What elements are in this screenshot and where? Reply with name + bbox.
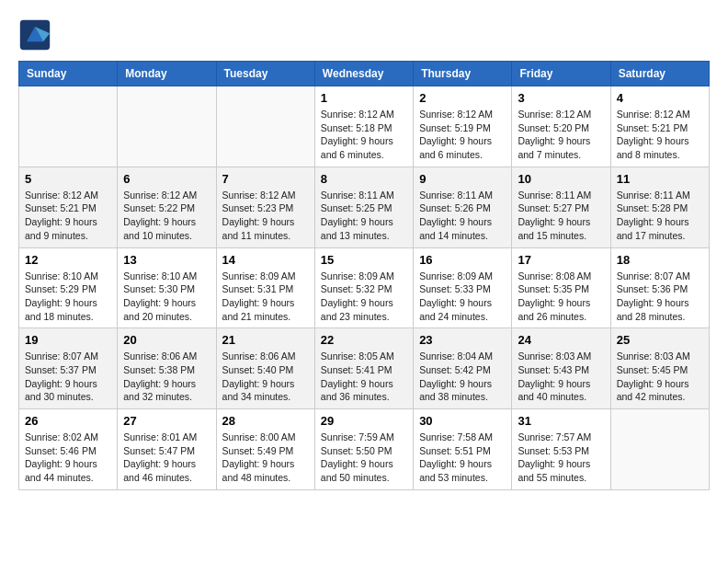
day-info: Sunrise: 8:11 AMSunset: 5:25 PMDaylight:… <box>321 189 407 243</box>
day-number: 27 <box>123 414 210 428</box>
calendar-week-row: 1Sunrise: 8:12 AMSunset: 5:18 PMDaylight… <box>19 86 710 167</box>
calendar-week-row: 5Sunrise: 8:12 AMSunset: 5:21 PMDaylight… <box>19 167 710 247</box>
calendar-day-cell: 23Sunrise: 8:04 AMSunset: 5:42 PMDayligh… <box>414 328 512 409</box>
day-info: Sunrise: 8:03 AMSunset: 5:45 PMDaylight:… <box>617 350 703 404</box>
day-info: Sunrise: 8:10 AMSunset: 5:30 PMDaylight:… <box>123 270 210 324</box>
logo <box>18 18 57 52</box>
daylight-text: Daylight: 9 hours and 32 minutes. <box>123 377 210 404</box>
sunrise-text: Sunrise: 8:12 AM <box>321 108 407 121</box>
calendar-day-cell <box>610 409 709 490</box>
day-number: 10 <box>518 172 604 186</box>
calendar-day-cell <box>216 86 314 167</box>
weekday-header-cell: Wednesday <box>314 62 413 86</box>
sunrise-text: Sunrise: 8:12 AM <box>518 108 604 121</box>
daylight-text: Daylight: 9 hours and 26 minutes. <box>518 296 604 323</box>
sunrise-text: Sunrise: 8:07 AM <box>617 270 703 283</box>
weekday-header-cell: Sunday <box>19 62 118 86</box>
day-number: 31 <box>518 414 604 428</box>
calendar-day-cell: 17Sunrise: 8:08 AMSunset: 5:35 PMDayligh… <box>512 247 610 328</box>
calendar-day-cell: 3Sunrise: 8:12 AMSunset: 5:20 PMDaylight… <box>512 86 610 167</box>
daylight-text: Daylight: 9 hours and 36 minutes. <box>321 377 407 404</box>
day-info: Sunrise: 8:10 AMSunset: 5:29 PMDaylight:… <box>25 270 111 324</box>
sunrise-text: Sunrise: 8:10 AM <box>25 270 111 283</box>
sunrise-text: Sunrise: 8:08 AM <box>518 270 604 283</box>
day-info: Sunrise: 8:07 AMSunset: 5:36 PMDaylight:… <box>617 270 703 324</box>
sunset-text: Sunset: 5:42 PM <box>419 363 506 377</box>
daylight-text: Daylight: 9 hours and 55 minutes. <box>518 457 604 484</box>
day-number: 3 <box>518 91 604 105</box>
sunrise-text: Sunrise: 8:12 AM <box>25 189 111 202</box>
calendar-day-cell: 13Sunrise: 8:10 AMSunset: 5:30 PMDayligh… <box>118 247 216 328</box>
calendar-day-cell: 15Sunrise: 8:09 AMSunset: 5:32 PMDayligh… <box>314 247 413 328</box>
sunrise-text: Sunrise: 8:09 AM <box>222 270 309 283</box>
day-info: Sunrise: 8:11 AMSunset: 5:26 PMDaylight:… <box>419 189 506 243</box>
calendar-day-cell: 5Sunrise: 8:12 AMSunset: 5:21 PMDaylight… <box>19 167 118 247</box>
day-info: Sunrise: 8:09 AMSunset: 5:31 PMDaylight:… <box>222 270 309 324</box>
calendar-day-cell: 9Sunrise: 8:11 AMSunset: 5:26 PMDaylight… <box>414 167 512 247</box>
day-number: 20 <box>123 333 210 347</box>
day-number: 25 <box>617 333 703 347</box>
day-info: Sunrise: 8:08 AMSunset: 5:35 PMDaylight:… <box>518 270 604 324</box>
day-info: Sunrise: 8:09 AMSunset: 5:32 PMDaylight:… <box>321 270 407 324</box>
calendar-day-cell: 29Sunrise: 7:59 AMSunset: 5:50 PMDayligh… <box>314 409 413 490</box>
sunrise-text: Sunrise: 8:11 AM <box>617 189 703 202</box>
weekday-header-cell: Monday <box>118 62 216 86</box>
day-info: Sunrise: 8:12 AMSunset: 5:19 PMDaylight:… <box>419 108 506 162</box>
calendar-day-cell: 14Sunrise: 8:09 AMSunset: 5:31 PMDayligh… <box>216 247 314 328</box>
sunrise-text: Sunrise: 8:12 AM <box>123 189 210 202</box>
sunrise-text: Sunrise: 8:07 AM <box>25 350 111 363</box>
daylight-text: Daylight: 9 hours and 21 minutes. <box>222 296 309 323</box>
weekday-header-cell: Saturday <box>610 62 709 86</box>
sunrise-text: Sunrise: 7:57 AM <box>518 431 604 444</box>
calendar-day-cell: 2Sunrise: 8:12 AMSunset: 5:19 PMDaylight… <box>414 86 512 167</box>
day-number: 5 <box>25 172 111 186</box>
day-info: Sunrise: 8:11 AMSunset: 5:27 PMDaylight:… <box>518 189 604 243</box>
day-info: Sunrise: 8:12 AMSunset: 5:18 PMDaylight:… <box>321 108 407 162</box>
weekday-header-row: SundayMondayTuesdayWednesdayThursdayFrid… <box>19 62 710 86</box>
daylight-text: Daylight: 9 hours and 17 minutes. <box>617 215 703 242</box>
weekday-header-cell: Friday <box>512 62 610 86</box>
calendar-day-cell: 20Sunrise: 8:06 AMSunset: 5:38 PMDayligh… <box>118 328 216 409</box>
calendar-day-cell: 1Sunrise: 8:12 AMSunset: 5:18 PMDaylight… <box>314 86 413 167</box>
daylight-text: Daylight: 9 hours and 6 minutes. <box>419 134 506 161</box>
daylight-text: Daylight: 9 hours and 40 minutes. <box>518 377 604 404</box>
calendar-week-row: 26Sunrise: 8:02 AMSunset: 5:46 PMDayligh… <box>19 409 710 490</box>
day-number: 17 <box>518 253 604 267</box>
sunset-text: Sunset: 5:18 PM <box>321 121 407 135</box>
day-info: Sunrise: 8:06 AMSunset: 5:40 PMDaylight:… <box>222 350 309 404</box>
daylight-text: Daylight: 9 hours and 20 minutes. <box>123 296 210 323</box>
sunrise-text: Sunrise: 8:10 AM <box>123 270 210 283</box>
calendar-day-cell: 31Sunrise: 7:57 AMSunset: 5:53 PMDayligh… <box>512 409 610 490</box>
day-number: 22 <box>321 333 407 347</box>
sunrise-text: Sunrise: 8:04 AM <box>419 350 506 363</box>
day-number: 4 <box>617 91 703 105</box>
sunrise-text: Sunrise: 8:03 AM <box>518 350 604 363</box>
sunset-text: Sunset: 5:32 PM <box>321 282 407 296</box>
day-number: 2 <box>419 91 506 105</box>
daylight-text: Daylight: 9 hours and 38 minutes. <box>419 377 506 404</box>
daylight-text: Daylight: 9 hours and 9 minutes. <box>25 215 111 242</box>
sunset-text: Sunset: 5:21 PM <box>25 201 111 215</box>
daylight-text: Daylight: 9 hours and 34 minutes. <box>222 377 309 404</box>
day-number: 15 <box>321 253 407 267</box>
day-info: Sunrise: 8:12 AMSunset: 5:22 PMDaylight:… <box>123 189 210 243</box>
weekday-header-cell: Tuesday <box>216 62 314 86</box>
sunset-text: Sunset: 5:23 PM <box>222 201 309 215</box>
sunrise-text: Sunrise: 8:06 AM <box>222 350 309 363</box>
sunset-text: Sunset: 5:36 PM <box>617 282 703 296</box>
day-info: Sunrise: 8:00 AMSunset: 5:49 PMDaylight:… <box>222 431 309 485</box>
day-info: Sunrise: 8:07 AMSunset: 5:37 PMDaylight:… <box>25 350 111 404</box>
weekday-header-cell: Thursday <box>414 62 512 86</box>
sunset-text: Sunset: 5:53 PM <box>518 444 604 458</box>
calendar-day-cell <box>118 86 216 167</box>
sunrise-text: Sunrise: 8:11 AM <box>518 189 604 202</box>
daylight-text: Daylight: 9 hours and 53 minutes. <box>419 457 506 484</box>
day-number: 16 <box>419 253 506 267</box>
daylight-text: Daylight: 9 hours and 44 minutes. <box>25 457 111 484</box>
sunset-text: Sunset: 5:40 PM <box>222 363 309 377</box>
sunset-text: Sunset: 5:30 PM <box>123 282 210 296</box>
daylight-text: Daylight: 9 hours and 23 minutes. <box>321 296 407 323</box>
daylight-text: Daylight: 9 hours and 42 minutes. <box>617 377 703 404</box>
day-info: Sunrise: 8:12 AMSunset: 5:20 PMDaylight:… <box>518 108 604 162</box>
sunset-text: Sunset: 5:33 PM <box>419 282 506 296</box>
